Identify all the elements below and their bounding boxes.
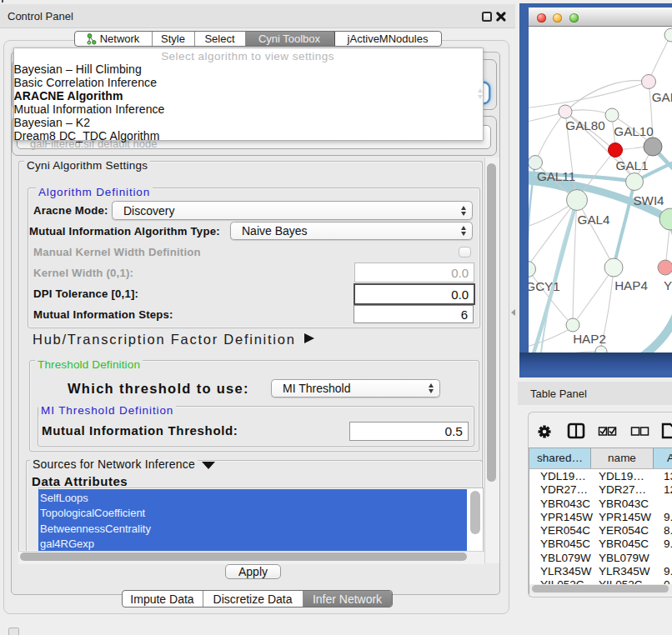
svg-text:GCY1: GCY1 bbox=[529, 279, 560, 293]
svg-text:GAL10: GAL10 bbox=[614, 124, 653, 138]
svg-text:GAL80: GAL80 bbox=[565, 118, 604, 132]
svg-text:Y: Y bbox=[664, 278, 672, 292]
svg-text:HAP4: HAP4 bbox=[614, 278, 648, 292]
svg-text:HAP2: HAP2 bbox=[573, 332, 606, 346]
svg-text:GAL11: GAL11 bbox=[537, 169, 575, 183]
svg-text:GAL4: GAL4 bbox=[578, 212, 610, 227]
svg-text:SWI4: SWI4 bbox=[633, 193, 664, 208]
svg-text:GAL: GAL bbox=[652, 90, 672, 104]
svg-text:GAL1: GAL1 bbox=[616, 158, 649, 172]
